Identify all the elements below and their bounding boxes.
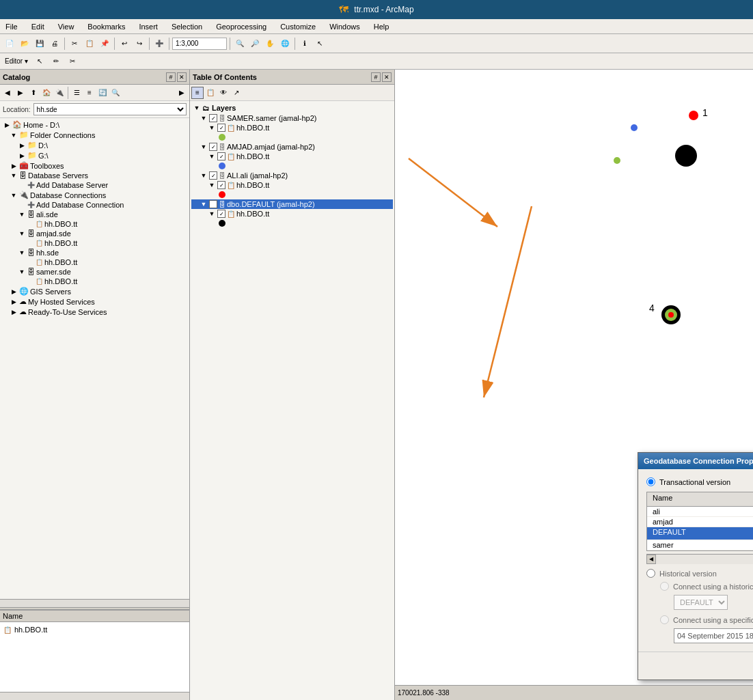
d-expand[interactable]: ▶ <box>18 142 26 149</box>
new-btn[interactable]: 📄 <box>3 37 16 51</box>
select-btn[interactable]: ↖ <box>313 37 327 51</box>
map-area[interactable]: 1 2 3 <box>395 70 753 700</box>
identify-btn[interactable]: ℹ <box>298 37 312 51</box>
catalog-tree-samer-hh-dbo[interactable]: ▶ 📋 hh.DBO.tt <box>1 277 188 286</box>
catalog-tree-amjad-hh-dbo[interactable]: ▶ 📋 hh.DBO.tt <box>1 238 188 248</box>
cat-forward[interactable]: ▶ <box>14 87 27 99</box>
toc-amjad-layer[interactable]: ▼ ✓ 🗄 AMJAD.amjad (jamal-hp2) <box>191 142 393 152</box>
toc-dbo-layer[interactable]: ▼ ✓ 🗄 dbo.DEFAULT (jamal-hp2) <box>191 199 393 209</box>
amjad-hh-expand2[interactable]: ▼ <box>208 153 216 160</box>
print-btn[interactable]: 🖨 <box>48 37 61 51</box>
samer-hh-expand[interactable]: ▼ <box>208 124 216 131</box>
menu-geoprocessing[interactable]: Geoprocessing <box>213 22 269 31</box>
catalog-tree-add-db-server[interactable]: ▶ ➕ Add Database Server <box>1 180 188 190</box>
dbo-hh-expand[interactable]: ▼ <box>208 210 216 217</box>
hh-sde-expand[interactable]: ▼ <box>18 249 26 256</box>
paste-btn[interactable]: 📌 <box>98 37 111 51</box>
catalog-tree-db-connections[interactable]: ▼ 🔌 Database Connections <box>1 190 188 200</box>
zoom-out-btn[interactable]: 🔎 <box>248 37 262 51</box>
cut-btn[interactable]: ✂ <box>68 37 81 51</box>
layers-expand[interactable]: ▼ <box>193 104 201 111</box>
ali-checkbox[interactable]: ✓ <box>209 171 217 180</box>
samer-sde-expand[interactable]: ▼ <box>18 268 26 275</box>
cat-list[interactable]: ☰ <box>70 87 83 99</box>
version-row-default[interactable]: DEFAULT dbo <box>647 527 753 540</box>
ready-expand[interactable]: ▶ <box>10 309 18 316</box>
zoom-in-btn[interactable]: 🔍 <box>233 37 247 51</box>
editor-tool3[interactable]: ✂ <box>66 55 79 68</box>
menu-file[interactable]: File <box>3 22 20 31</box>
cat-options[interactable]: ▶ <box>176 87 188 99</box>
catalog-tree-g-drive[interactable]: ▶ 📁 G:\ <box>1 150 188 160</box>
catalog-h-scrollbar[interactable] <box>0 599 189 607</box>
dbo-expand[interactable]: ▼ <box>200 201 208 208</box>
cat-up[interactable]: ⬆ <box>27 87 40 99</box>
col-name-header[interactable]: Name <box>647 492 753 506</box>
toc-dbo-hh[interactable]: ▼ ✓ 📋 hh.DBO.tt <box>191 209 393 219</box>
folder-expand[interactable]: ▼ <box>10 132 18 139</box>
editor-tool2[interactable]: ✏ <box>49 55 63 68</box>
catalog-tree-d-drive[interactable]: ▶ 📁 D:\ <box>1 140 188 150</box>
catalog-auto-hide[interactable]: # <box>166 72 176 82</box>
pan-btn[interactable]: ✋ <box>263 37 277 51</box>
ali-expand[interactable]: ▼ <box>200 172 208 179</box>
catalog-tree-ready-to-use[interactable]: ▶ ☁ Ready-To-Use Services <box>1 307 188 317</box>
db-connections-expand[interactable]: ▼ <box>10 192 18 199</box>
gis-servers-expand[interactable]: ▶ <box>10 288 18 295</box>
h-scroll-left[interactable]: ◀ <box>646 555 656 564</box>
menu-selection[interactable]: Selection <box>169 22 205 31</box>
catalog-close[interactable]: ✕ <box>177 72 187 82</box>
toc-close[interactable]: ✕ <box>382 72 392 82</box>
dbo-checkbox[interactable]: ✓ <box>209 200 217 208</box>
catalog-tree-folder-connections[interactable]: ▼ 📁 Folder Connections <box>1 130 188 140</box>
toc-layers-root[interactable]: ▼ 🗂 Layers <box>191 102 393 113</box>
menu-windows[interactable]: Windows <box>327 22 363 31</box>
amjad-sde-expand[interactable]: ▼ <box>18 230 26 237</box>
amjad-expand[interactable]: ▼ <box>200 143 208 150</box>
toc-ali-hh[interactable]: ▼ ✓ 📋 hh.DBO.tt <box>191 180 393 190</box>
toc-source-btn[interactable]: 📋 <box>204 87 217 99</box>
catalog-tree-toolboxes[interactable]: ▶ 🧰 Toolboxes <box>1 160 188 171</box>
save-btn[interactable]: 💾 <box>33 37 46 51</box>
ali-hh-checkbox[interactable]: ✓ <box>217 181 225 189</box>
my-hosted-expand[interactable]: ▶ <box>10 298 18 305</box>
cat-refresh[interactable]: 🔄 <box>96 87 109 99</box>
menu-bookmarks[interactable]: Bookmarks <box>85 22 128 31</box>
version-row-samer[interactable]: samer SAMER <box>647 540 753 550</box>
version-row-amjad[interactable]: amjad AMJAD <box>647 517 753 527</box>
catalog-tree-db-servers[interactable]: ▼ 🗄 Database Servers <box>1 171 188 180</box>
date-radio[interactable] <box>660 615 669 624</box>
g-expand[interactable]: ▶ <box>18 152 26 159</box>
full-extent-btn[interactable]: 🌐 <box>278 37 292 51</box>
historical-radio[interactable] <box>646 569 655 578</box>
location-select[interactable]: hh.sde <box>33 103 187 115</box>
amjad-hh-checkbox[interactable]: ✓ <box>217 152 225 160</box>
menu-insert[interactable]: Insert <box>136 22 161 31</box>
toc-amjad-hh[interactable]: ▼ ✓ 📋 hh.DBO.tt <box>191 152 393 161</box>
catalog-tree-gis-servers[interactable]: ▶ 🌐 GIS Servers <box>1 286 188 296</box>
cat-search[interactable]: 🔍 <box>109 87 122 99</box>
samer-hh-checkbox[interactable]: ✓ <box>217 124 225 132</box>
undo-btn[interactable]: ↩ <box>118 37 131 51</box>
editor-dropdown[interactable]: Editor ▾ <box>3 55 30 68</box>
menu-edit[interactable]: Edit <box>29 22 47 31</box>
open-btn[interactable]: 📂 <box>18 37 31 51</box>
menu-customize[interactable]: Customize <box>277 22 318 31</box>
cat-details[interactable]: ≡ <box>83 87 96 99</box>
catalog-tree-hh-hh-dbo[interactable]: ▶ 📋 hh.DBO.tt <box>1 257 188 267</box>
catalog-tree-add-db-connection[interactable]: ▶ ➕ Add Database Connection <box>1 200 188 210</box>
marker-radio[interactable] <box>660 582 669 591</box>
samer-checkbox[interactable]: ✓ <box>209 114 217 122</box>
catalog-bottom-scrollbar[interactable] <box>0 692 189 700</box>
catalog-tree-hh-sde[interactable]: ▼ 🗄 hh.sde <box>1 248 188 257</box>
cat-back[interactable]: ◀ <box>1 87 14 99</box>
toc-visible-btn[interactable]: 👁 <box>217 87 230 99</box>
editor-tool1[interactable]: ↖ <box>33 55 46 68</box>
toc-list-btn[interactable]: ≡ <box>191 87 204 99</box>
menu-help[interactable]: Help <box>371 22 392 31</box>
toc-samer-layer[interactable]: ▼ ✓ 🗄 SAMER.samer (jamal-hp2) <box>191 113 393 123</box>
catalog-tree-ali-sde[interactable]: ▼ 🗄 ali.sde <box>1 210 188 219</box>
date-input[interactable] <box>674 628 753 643</box>
toc-selection-btn[interactable]: ↗ <box>230 87 243 99</box>
scale-input[interactable] <box>172 38 227 50</box>
